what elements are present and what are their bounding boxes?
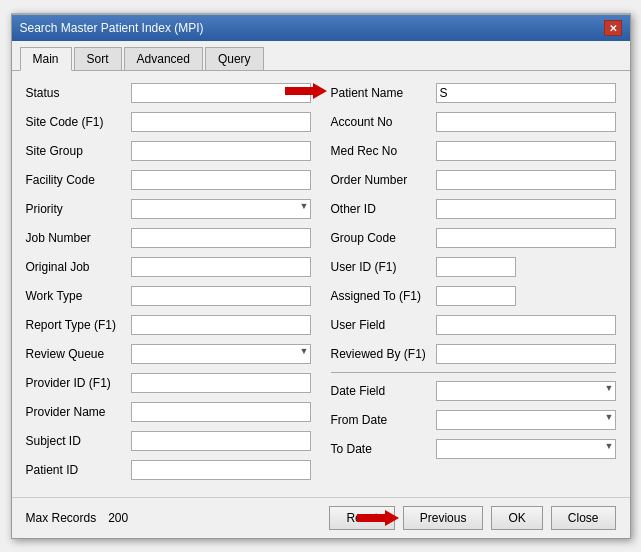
input-report-type[interactable] bbox=[131, 315, 311, 335]
label-date-field: Date Field bbox=[331, 384, 436, 398]
input-assigned-to[interactable] bbox=[436, 286, 516, 306]
form-row-order-number: Order Number bbox=[331, 168, 616, 192]
form-row-med-rec-no: Med Rec No bbox=[331, 139, 616, 163]
form-row-review-queue: Review Queue bbox=[26, 342, 311, 366]
main-window: Search Master Patient Index (MPI) ✕ Main… bbox=[11, 13, 631, 539]
input-patient-id[interactable] bbox=[131, 460, 311, 480]
input-group-code[interactable] bbox=[436, 228, 616, 248]
label-reviewed-by: Reviewed By (F1) bbox=[331, 347, 436, 361]
footer: Max Records 200 Reset Previous OK Close bbox=[12, 497, 630, 538]
input-work-type[interactable] bbox=[131, 286, 311, 306]
close-button[interactable]: Close bbox=[551, 506, 616, 530]
label-provider-name: Provider Name bbox=[26, 405, 131, 419]
previous-button[interactable]: Previous bbox=[403, 506, 484, 530]
input-subject-id[interactable] bbox=[131, 431, 311, 451]
input-user-id[interactable] bbox=[436, 257, 516, 277]
form-row-subject-id: Subject ID bbox=[26, 429, 311, 453]
input-status[interactable] bbox=[131, 83, 311, 103]
label-site-code: Site Code (F1) bbox=[26, 115, 131, 129]
form-row-user-field: User Field bbox=[331, 313, 616, 337]
form-row-other-id: Other ID bbox=[331, 197, 616, 221]
form-row-patient-name: Patient Name bbox=[331, 81, 616, 105]
form-row-status: Status bbox=[26, 81, 311, 105]
max-records-label: Max Records bbox=[26, 511, 97, 525]
input-provider-id[interactable] bbox=[131, 373, 311, 393]
form-row-provider-name: Provider Name bbox=[26, 400, 311, 424]
label-subject-id: Subject ID bbox=[26, 434, 131, 448]
label-report-type: Report Type (F1) bbox=[26, 318, 131, 332]
input-med-rec-no[interactable] bbox=[436, 141, 616, 161]
input-patient-name[interactable] bbox=[436, 83, 616, 103]
tab-sort[interactable]: Sort bbox=[74, 47, 122, 70]
label-review-queue: Review Queue bbox=[26, 347, 131, 361]
select-wrapper-priority bbox=[131, 199, 311, 219]
window-close-button[interactable]: ✕ bbox=[604, 20, 622, 36]
label-account-no: Account No bbox=[331, 115, 436, 129]
form-row-from-date: From Date bbox=[331, 408, 616, 432]
label-order-number: Order Number bbox=[331, 173, 436, 187]
select-review-queue[interactable] bbox=[131, 344, 311, 364]
label-facility-code: Facility Code bbox=[26, 173, 131, 187]
ok-button[interactable]: OK bbox=[491, 506, 542, 530]
svg-marker-1 bbox=[357, 510, 399, 526]
select-wrapper-from-date bbox=[436, 410, 616, 430]
tab-query[interactable]: Query bbox=[205, 47, 264, 70]
form-row-assigned-to: Assigned To (F1) bbox=[331, 284, 616, 308]
label-from-date: From Date bbox=[331, 413, 436, 427]
input-other-id[interactable] bbox=[436, 199, 616, 219]
label-status: Status bbox=[26, 86, 131, 100]
label-priority: Priority bbox=[26, 202, 131, 216]
input-job-number[interactable] bbox=[131, 228, 311, 248]
label-work-type: Work Type bbox=[26, 289, 131, 303]
input-provider-name[interactable] bbox=[131, 402, 311, 422]
input-original-job[interactable] bbox=[131, 257, 311, 277]
form-row-reviewed-by: Reviewed By (F1) bbox=[331, 342, 616, 366]
select-from-date[interactable] bbox=[436, 410, 616, 430]
input-order-number[interactable] bbox=[436, 170, 616, 190]
label-patient-name: Patient Name bbox=[331, 86, 436, 100]
select-date-field[interactable] bbox=[436, 381, 616, 401]
tab-main[interactable]: Main bbox=[20, 47, 72, 71]
form-row-priority: Priority bbox=[26, 197, 311, 221]
svg-marker-0 bbox=[285, 83, 327, 99]
label-other-id: Other ID bbox=[331, 202, 436, 216]
form-row-to-date: To Date bbox=[331, 437, 616, 461]
input-site-group[interactable] bbox=[131, 141, 311, 161]
label-user-field: User Field bbox=[331, 318, 436, 332]
select-wrapper-review-queue bbox=[131, 344, 311, 364]
title-bar: Search Master Patient Index (MPI) ✕ bbox=[12, 15, 630, 41]
input-facility-code[interactable] bbox=[131, 170, 311, 190]
label-provider-id: Provider ID (F1) bbox=[26, 376, 131, 390]
label-patient-id: Patient ID bbox=[26, 463, 131, 477]
form-grid: Status Site Code (F1) Site Group Facilit… bbox=[26, 81, 616, 487]
input-site-code[interactable] bbox=[131, 112, 311, 132]
form-row-date-field: Date Field bbox=[331, 379, 616, 403]
label-job-number: Job Number bbox=[26, 231, 131, 245]
form-row-site-group: Site Group bbox=[26, 139, 311, 163]
ok-arrow-icon bbox=[357, 510, 399, 526]
form-row-user-id: User ID (F1) bbox=[331, 255, 616, 279]
form-row-patient-id: Patient ID bbox=[26, 458, 311, 482]
form-row-group-code: Group Code bbox=[331, 226, 616, 250]
label-group-code: Group Code bbox=[331, 231, 436, 245]
form-row-original-job: Original Job bbox=[26, 255, 311, 279]
form-row-site-code: Site Code (F1) bbox=[26, 110, 311, 134]
red-arrow-icon bbox=[285, 83, 327, 99]
label-site-group: Site Group bbox=[26, 144, 131, 158]
form-row-facility-code: Facility Code bbox=[26, 168, 311, 192]
label-user-id: User ID (F1) bbox=[331, 260, 436, 274]
max-records-value: 200 bbox=[108, 511, 128, 525]
input-user-field[interactable] bbox=[436, 315, 616, 335]
select-priority[interactable] bbox=[131, 199, 311, 219]
form-row-account-no: Account No bbox=[331, 110, 616, 134]
tab-advanced[interactable]: Advanced bbox=[124, 47, 203, 70]
form-row-job-number: Job Number bbox=[26, 226, 311, 250]
form-row-work-type: Work Type bbox=[26, 284, 311, 308]
form-row-provider-id: Provider ID (F1) bbox=[26, 371, 311, 395]
label-to-date: To Date bbox=[331, 442, 436, 456]
input-account-no[interactable] bbox=[436, 112, 616, 132]
label-original-job: Original Job bbox=[26, 260, 131, 274]
input-reviewed-by[interactable] bbox=[436, 344, 616, 364]
select-to-date[interactable] bbox=[436, 439, 616, 459]
select-wrapper-to-date bbox=[436, 439, 616, 459]
